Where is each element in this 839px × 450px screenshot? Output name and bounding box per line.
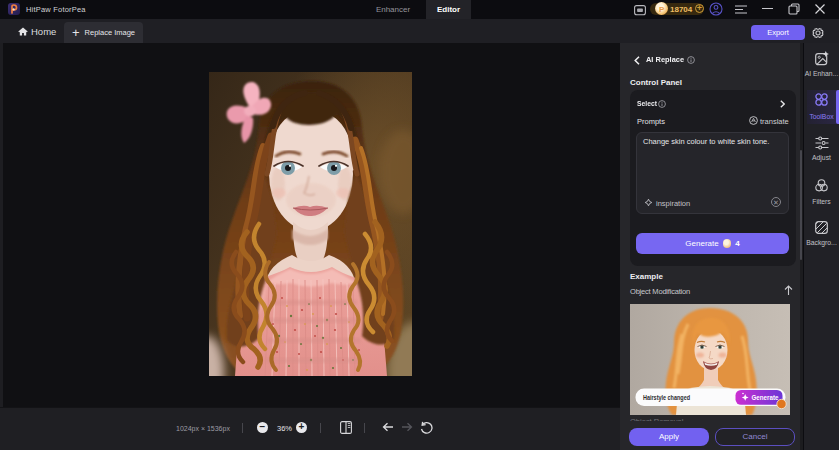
svg-text:Hairstyle changed: Hairstyle changed [643,393,690,402]
svg-text:Generate: Generate [752,393,779,402]
